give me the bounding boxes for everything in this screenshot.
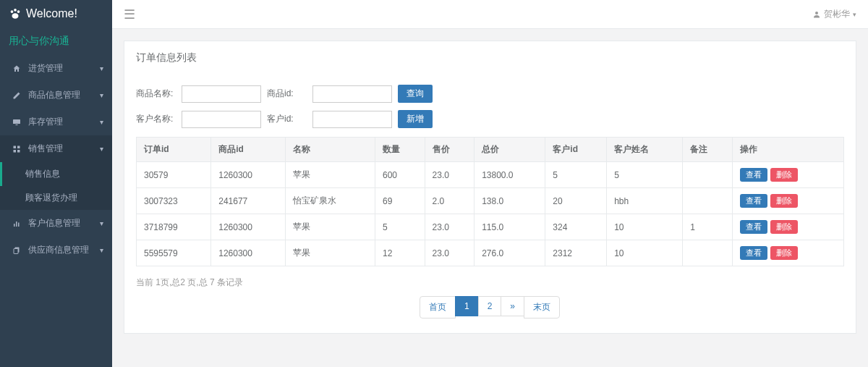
nav-label: 客户信息管理 (28, 217, 80, 229)
panel-title: 订单信息列表 (124, 41, 856, 70)
table-cell: 怡宝矿泉水 (286, 188, 375, 214)
delete-button[interactable]: 删除 (770, 220, 798, 234)
panel-body: 商品名称: 商品id: 查询 客户名称: 客户id: 新增 (124, 70, 856, 333)
svg-rect-7 (17, 145, 20, 148)
table-cell: 3007323 (137, 188, 211, 214)
table-cell-ops: 查看删除 (732, 188, 843, 214)
nav-sub-item-returns[interactable]: 顾客退货办理 (2, 186, 112, 210)
table-cell: 5 (607, 162, 683, 188)
delete-button[interactable]: 删除 (770, 194, 798, 208)
desktop-icon (11, 118, 22, 127)
table-cell: 12 (375, 240, 425, 266)
svg-point-1 (14, 9, 17, 12)
table-cell: 20 (545, 188, 607, 214)
table-cell: 23.0 (425, 162, 475, 188)
nav-label: 库存管理 (28, 116, 63, 128)
add-button[interactable]: 新增 (398, 110, 433, 128)
label-product-id: 商品id: (267, 88, 307, 100)
chevron-down-icon: ▾ (100, 118, 103, 126)
page-2[interactable]: 2 (479, 296, 502, 319)
input-product-id[interactable] (312, 85, 392, 103)
th-price: 售价 (425, 138, 475, 162)
search-row-1: 商品名称: 商品id: 查询 (136, 85, 844, 103)
table-row: 3007323241677怡宝矿泉水692.0138.020hbh查看删除 (137, 188, 844, 214)
svg-rect-14 (14, 248, 18, 253)
chart-icon (11, 219, 22, 228)
table-cell: 30579 (137, 162, 211, 188)
user-name: 贺彬华 (824, 8, 850, 20)
table-cell-ops: 查看删除 (732, 214, 843, 240)
table-cell-ops: 查看删除 (732, 240, 843, 266)
nav-label: 进货管理 (28, 62, 63, 75)
paw-icon (9, 7, 22, 20)
nav-label: 销售管理 (28, 143, 63, 155)
main-area: ☰ 贺彬华 ▾ 订单信息列表 商品名称: 商品id: 查询 (112, 0, 868, 367)
table-cell: 600 (375, 162, 425, 188)
table-row: 55955791260300苹果1223.0276.0231210查看删除 (137, 240, 844, 266)
home-icon (11, 64, 22, 73)
table-row: 305791260300苹果60023.013800.055查看删除 (137, 162, 844, 188)
svg-point-15 (815, 12, 818, 14)
page-first[interactable]: 首页 (420, 296, 456, 319)
user-menu[interactable]: 贺彬华 ▾ (812, 8, 856, 20)
table-cell: 138.0 (475, 188, 545, 214)
copy-icon (11, 246, 22, 255)
delete-button[interactable]: 删除 (770, 168, 798, 182)
chevron-down-icon: ▾ (853, 11, 856, 18)
grid-icon (11, 145, 22, 153)
table-cell: hbh (607, 188, 683, 214)
svg-rect-5 (16, 125, 18, 125)
svg-rect-9 (17, 150, 20, 153)
input-customer-id[interactable] (312, 111, 392, 128)
th-name: 名称 (286, 138, 375, 162)
input-customer-name[interactable] (182, 111, 261, 128)
table-cell-ops: 查看删除 (732, 162, 843, 188)
table-cell: 13800.0 (475, 162, 545, 188)
input-product-name[interactable] (182, 85, 261, 103)
page-1[interactable]: 1 (456, 296, 479, 319)
table-cell: 115.0 (475, 214, 545, 240)
nav-sub-label: 顾客退货办理 (25, 192, 77, 204)
nav-item-sales[interactable]: 销售管理 ▾ 销售信息 顾客退货办理 (0, 135, 112, 210)
th-qty: 数量 (375, 138, 425, 162)
search-button[interactable]: 查询 (398, 85, 433, 103)
page-next[interactable]: » (501, 296, 524, 319)
nav-sub-item-sales-info[interactable]: 销售信息 (0, 162, 112, 186)
table-cell: 苹果 (286, 214, 375, 240)
view-button[interactable]: 查看 (740, 168, 767, 182)
chevron-down-icon: ▾ (100, 246, 103, 254)
view-button[interactable]: 查看 (740, 246, 767, 260)
view-button[interactable]: 查看 (740, 194, 767, 208)
table-cell: 23.0 (425, 240, 475, 266)
table-cell: 苹果 (286, 240, 375, 266)
nav-item-purchase[interactable]: 进货管理 ▾ (0, 55, 112, 82)
nav-item-product[interactable]: 商品信息管理 ▾ (0, 82, 112, 109)
page-last[interactable]: 末页 (524, 296, 560, 319)
nav-sub-sales: 销售信息 顾客退货办理 (2, 162, 112, 210)
delete-button[interactable]: 删除 (770, 246, 798, 260)
svg-point-0 (11, 10, 14, 13)
chevron-down-icon: ▾ (100, 64, 103, 72)
nav-item-inventory[interactable]: 库存管理 ▾ (0, 109, 112, 135)
content: 订单信息列表 商品名称: 商品id: 查询 客户名称: 客户id: (112, 29, 868, 345)
nav-item-supplier[interactable]: 供应商信息管理 ▾ (0, 237, 112, 263)
svg-rect-4 (13, 119, 20, 124)
nav-label: 商品信息管理 (28, 89, 80, 101)
table-cell: 1 (683, 214, 733, 240)
view-button[interactable]: 查看 (740, 220, 767, 234)
table-cell: 5 (375, 214, 425, 240)
th-customer-id: 客户id (545, 138, 607, 162)
table-cell: 5595579 (137, 240, 211, 266)
nav-label: 供应商信息管理 (28, 244, 89, 256)
nav-item-customer[interactable]: 客户信息管理 ▾ (0, 210, 112, 237)
table-cell (683, 162, 733, 188)
panel: 订单信息列表 商品名称: 商品id: 查询 客户名称: 客户id: (124, 41, 856, 334)
search-row-2: 客户名称: 客户id: 新增 (136, 110, 844, 128)
brand-header: Welcome! (0, 0, 112, 28)
brand-tagline: 用心与你沟通 (0, 28, 112, 55)
table-cell: 10 (607, 240, 683, 266)
hamburger-icon[interactable]: ☰ (124, 7, 135, 22)
table-cell: 1260300 (211, 240, 286, 266)
table-cell: 69 (375, 188, 425, 214)
table-cell: 10 (607, 214, 683, 240)
